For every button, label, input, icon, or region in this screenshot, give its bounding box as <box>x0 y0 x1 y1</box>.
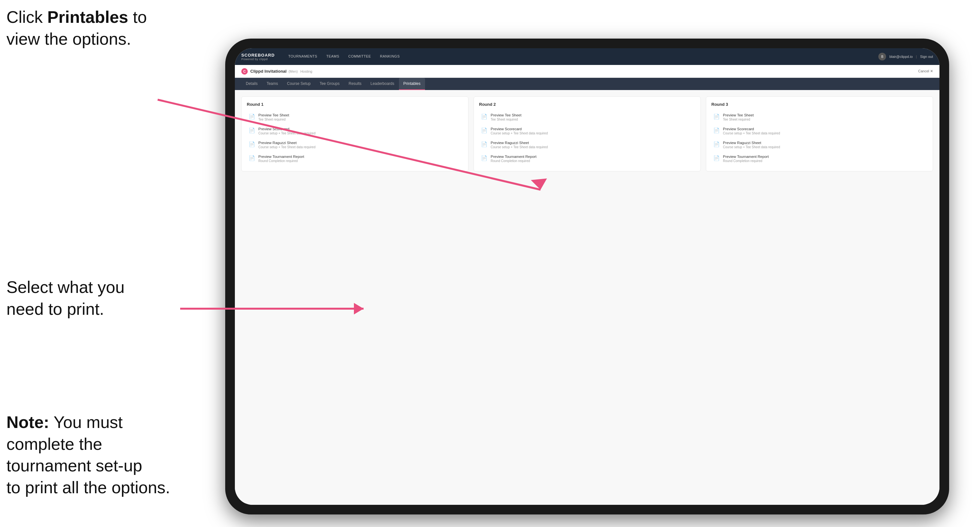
r3-rep-title: Preview Tournament Report <box>723 155 768 159</box>
printables-bold: Printables <box>47 8 128 26</box>
r1-rag-subtitle: Course setup + Tee Sheet data required <box>258 145 315 149</box>
tournament-bar: C Clippd Invitational (Men) Hosting Canc… <box>235 65 939 78</box>
sub-nav-details[interactable]: Details <box>241 78 262 90</box>
tablet-wrapper: SCOREBOARD Powered by clippd TOURNAMENTS… <box>225 38 949 514</box>
nav-rankings[interactable]: RANKINGS <box>376 52 404 61</box>
tournament-name: Clippd Invitational <box>250 69 287 74</box>
scoreboard-logo: SCOREBOARD Powered by clippd <box>241 53 275 61</box>
sub-nav: Details Teams Course Setup Tee Groups Re… <box>235 78 939 90</box>
doc-icon-6: 📄 <box>481 127 488 134</box>
round-2-scorecard[interactable]: 📄 Preview Scorecard Course setup + Tee S… <box>479 124 695 138</box>
nav-teams[interactable]: TEAMS <box>322 52 343 61</box>
round-2-raguzzi[interactable]: 📄 Preview Raguzzi Sheet Course setup + T… <box>479 138 695 151</box>
doc-icon-12: 📄 <box>713 155 721 162</box>
round-1-report[interactable]: 📄 Preview Tournament Report Round Comple… <box>247 152 463 165</box>
top-nav: SCOREBOARD Powered by clippd TOURNAMENTS… <box>235 48 939 65</box>
r1-tee-title: Preview Tee Sheet <box>258 113 289 117</box>
r2-rag-subtitle: Course setup + Tee Sheet data required <box>491 145 547 149</box>
r1-rag-title: Preview Raguzzi Sheet <box>258 141 315 145</box>
doc-icon-8: 📄 <box>481 155 488 162</box>
annotation-bottom-left: Note: You mustcomplete thetournament set… <box>6 411 170 498</box>
r1-tee-subtitle: Tee Sheet required <box>258 118 289 121</box>
r2-tee-title: Preview Tee Sheet <box>491 113 522 117</box>
round-3-title: Round 3 <box>711 102 928 107</box>
r2-sc-subtitle: Course setup + Tee Sheet data required <box>491 132 547 135</box>
doc-icon-9: 📄 <box>713 114 721 121</box>
user-avatar: B <box>878 53 886 60</box>
cancel-button[interactable]: Cancel ✕ <box>918 69 933 73</box>
app-content: SCOREBOARD Powered by clippd TOURNAMENTS… <box>235 48 939 505</box>
tournament-icon: C <box>241 68 248 75</box>
doc-icon: 📄 <box>249 114 256 121</box>
tablet-outer: SCOREBOARD Powered by clippd TOURNAMENTS… <box>225 38 949 514</box>
nav-links: TOURNAMENTS TEAMS COMMITTEE RANKINGS <box>285 52 879 61</box>
tablet-screen: SCOREBOARD Powered by clippd TOURNAMENTS… <box>235 48 939 505</box>
doc-icon-2: 📄 <box>249 127 256 134</box>
round-3-raguzzi[interactable]: 📄 Preview Raguzzi Sheet Course setup + T… <box>711 138 928 151</box>
main-content: Round 1 📄 Preview Tee Sheet Tee Sheet re… <box>235 90 939 505</box>
doc-icon-11: 📄 <box>713 141 721 148</box>
round-1-section: Round 1 📄 Preview Tee Sheet Tee Sheet re… <box>241 97 468 171</box>
round-2-section: Round 2 📄 Preview Tee Sheet Tee Sheet re… <box>474 97 701 171</box>
user-email: blair@clippd.io <box>889 55 912 59</box>
r2-rag-title: Preview Raguzzi Sheet <box>491 141 547 145</box>
logo-subtitle: Powered by clippd <box>241 57 275 61</box>
nav-committee[interactable]: COMMITTEE <box>345 52 375 61</box>
round-1-tee-sheet[interactable]: 📄 Preview Tee Sheet Tee Sheet required <box>247 111 463 124</box>
tournament-status: Hosting <box>300 70 312 73</box>
r3-rag-title: Preview Raguzzi Sheet <box>723 141 780 145</box>
r2-rep-subtitle: Round Completion required <box>491 159 536 163</box>
sign-out-button[interactable]: Sign out <box>920 55 933 59</box>
doc-icon-4: 📄 <box>249 155 256 162</box>
r3-rag-subtitle: Course setup + Tee Sheet data required <box>723 145 780 149</box>
sub-nav-results[interactable]: Results <box>344 78 366 90</box>
round-2-title: Round 2 <box>479 102 695 107</box>
round-3-scorecard[interactable]: 📄 Preview Scorecard Course setup + Tee S… <box>711 124 928 138</box>
sub-nav-course-setup[interactable]: Course Setup <box>283 78 315 90</box>
round-3-section: Round 3 📄 Preview Tee Sheet Tee Sheet re… <box>706 97 933 171</box>
r3-sc-subtitle: Course setup + Tee Sheet data required <box>723 132 780 135</box>
round-2-tee-sheet[interactable]: 📄 Preview Tee Sheet Tee Sheet required <box>479 111 695 124</box>
nav-tournaments[interactable]: TOURNAMENTS <box>285 52 321 61</box>
r1-sc-title: Preview Scorecard <box>258 127 315 131</box>
sub-nav-tee-groups[interactable]: Tee Groups <box>315 78 344 90</box>
note-bold: Note: <box>6 413 49 432</box>
nav-right: B blair@clippd.io | Sign out <box>878 53 933 60</box>
rounds-grid: Round 1 📄 Preview Tee Sheet Tee Sheet re… <box>241 97 933 171</box>
sub-nav-teams[interactable]: Teams <box>262 78 283 90</box>
r3-tee-subtitle: Tee Sheet required <box>723 118 754 121</box>
doc-icon-5: 📄 <box>481 114 488 121</box>
logo-title: SCOREBOARD <box>241 53 275 57</box>
sub-nav-printables[interactable]: Printables <box>399 78 425 90</box>
round-1-scorecard[interactable]: 📄 Preview Scorecard Course setup + Tee S… <box>247 124 463 138</box>
annotation-mid-left: Select what youneed to print. <box>6 276 124 320</box>
r1-sc-subtitle: Course setup + Tee Sheet data required <box>258 132 315 135</box>
annotation-top-left: Click Printables toview the options. <box>6 6 147 50</box>
r1-rep-title: Preview Tournament Report <box>258 155 304 159</box>
r3-tee-title: Preview Tee Sheet <box>723 113 754 117</box>
r1-rep-subtitle: Round Completion required <box>258 159 304 163</box>
sub-nav-leaderboards[interactable]: Leaderboards <box>366 78 399 90</box>
r3-rep-subtitle: Round Completion required <box>723 159 768 163</box>
round-2-report[interactable]: 📄 Preview Tournament Report Round Comple… <box>479 152 695 165</box>
round-3-tee-sheet[interactable]: 📄 Preview Tee Sheet Tee Sheet required <box>711 111 928 124</box>
r2-tee-subtitle: Tee Sheet required <box>491 118 522 121</box>
round-1-title: Round 1 <box>247 102 463 107</box>
tournament-tag: (Men) <box>289 70 298 73</box>
r3-sc-title: Preview Scorecard <box>723 127 780 131</box>
r2-sc-title: Preview Scorecard <box>491 127 547 131</box>
doc-icon-3: 📄 <box>249 141 256 148</box>
round-3-report[interactable]: 📄 Preview Tournament Report Round Comple… <box>711 152 928 165</box>
doc-icon-7: 📄 <box>481 141 488 148</box>
r2-rep-title: Preview Tournament Report <box>491 155 536 159</box>
doc-icon-10: 📄 <box>713 127 721 134</box>
round-1-raguzzi[interactable]: 📄 Preview Raguzzi Sheet Course setup + T… <box>247 138 463 151</box>
